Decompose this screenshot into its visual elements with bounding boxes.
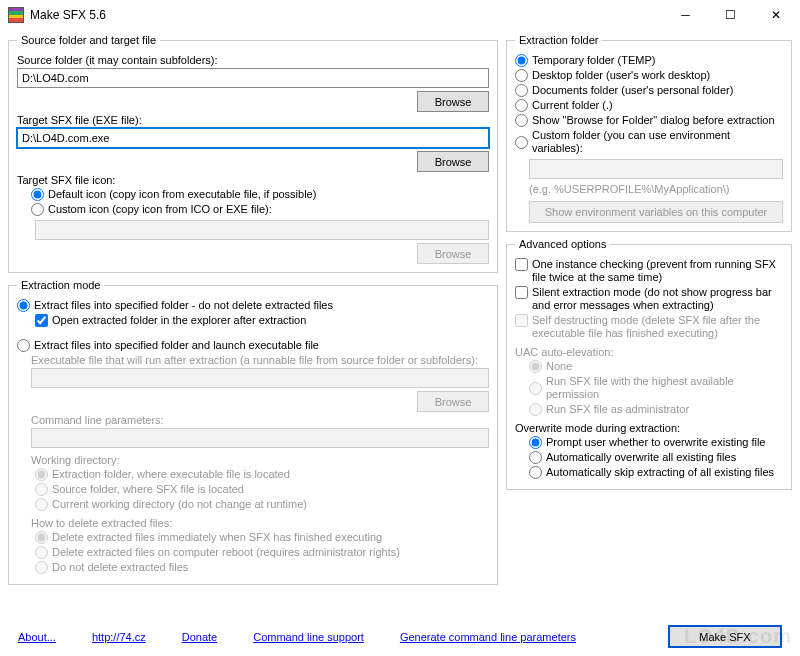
target-file-label: Target SFX file (EXE file): <box>17 114 489 126</box>
icon-default-label: Default icon (copy icon from executable … <box>48 188 316 201</box>
del-reboot-radio <box>35 546 48 559</box>
silent-mode-label: Silent extraction mode (do not show prog… <box>532 286 783 312</box>
ow-skip-radio[interactable] <box>529 466 542 479</box>
icon-custom-input <box>35 220 489 240</box>
browse-icon-button: Browse <box>417 243 489 264</box>
ef-custom-input <box>529 159 783 179</box>
del-none-label: Do not delete extracted files <box>52 561 188 574</box>
app-icon <box>8 7 24 23</box>
titlebar: Make SFX 5.6 ─ ☐ ✕ <box>0 0 800 30</box>
open-explorer-label: Open extracted folder in the explorer af… <box>52 314 306 327</box>
maximize-button[interactable]: ☐ <box>708 1 753 29</box>
minimize-button[interactable]: ─ <box>663 1 708 29</box>
ef-current-label: Current folder (.) <box>532 99 613 112</box>
uac-highest-label: Run SFX file with the highest available … <box>546 375 783 401</box>
wd-current-radio <box>35 498 48 511</box>
del-immediate-label: Delete extracted files immediately when … <box>52 531 382 544</box>
wd-extract-label: Extraction folder, where executable file… <box>52 468 290 481</box>
site-link[interactable]: http://74.cz <box>92 631 146 643</box>
wd-extract-radio <box>35 468 48 481</box>
exmode-launch-radio[interactable] <box>17 339 30 352</box>
ow-skip-label: Automatically skip extracting of all exi… <box>546 466 774 479</box>
exe-file-input <box>31 368 489 388</box>
ow-prompt-label: Prompt user whether to overwrite existin… <box>546 436 765 449</box>
exe-file-label: Executable file that will run after extr… <box>31 354 489 366</box>
del-none-radio <box>35 561 48 574</box>
advanced-options-group: Advanced options One instance checking (… <box>506 238 792 490</box>
uac-admin-label: Run SFX file as administrator <box>546 403 689 416</box>
exmode-legend: Extraction mode <box>17 279 104 291</box>
ef-browse-label: Show "Browse for Folder" dialog before e… <box>532 114 775 127</box>
source-folder-label: Source folder (it may contain subfolders… <box>17 54 489 66</box>
ef-docs-radio[interactable] <box>515 84 528 97</box>
self-destruct-label: Self destructing mode (delete SFX file a… <box>532 314 783 340</box>
uac-none-radio <box>529 360 542 373</box>
extraction-folder-group: Extraction folder Temporary folder (TEMP… <box>506 34 792 232</box>
source-target-group: Source folder and target file Source fol… <box>8 34 498 273</box>
target-icon-label: Target SFX file icon: <box>17 174 489 186</box>
uac-none-label: None <box>546 360 572 373</box>
exfolder-legend: Extraction folder <box>515 34 602 46</box>
silent-mode-check[interactable] <box>515 286 528 299</box>
about-link[interactable]: About... <box>18 631 56 643</box>
uac-admin-radio <box>529 403 542 416</box>
del-immediate-radio <box>35 531 48 544</box>
cmd-params-input <box>31 428 489 448</box>
overwrite-label: Overwrite mode during extraction: <box>515 422 783 434</box>
extraction-mode-group: Extraction mode Extract files into speci… <box>8 279 498 585</box>
uac-highest-radio <box>529 382 542 395</box>
target-file-input[interactable] <box>17 128 489 148</box>
show-env-vars-button: Show environment variables on this compu… <box>529 201 783 223</box>
ef-desktop-radio[interactable] <box>515 69 528 82</box>
bottom-bar: About... http://74.cz Donate Command lin… <box>0 625 800 648</box>
make-sfx-button[interactable]: Make SFX <box>668 625 782 648</box>
delete-label: How to delete extracted files: <box>31 517 489 529</box>
source-legend: Source folder and target file <box>17 34 160 46</box>
wd-source-label: Source folder, where SFX file is located <box>52 483 244 496</box>
one-instance-check[interactable] <box>515 258 528 271</box>
wd-current-label: Current working directory (do not change… <box>52 498 307 511</box>
uac-label: UAC auto-elevation: <box>515 346 783 358</box>
cmd-params-label: Command line parameters: <box>31 414 489 426</box>
ow-overwrite-label: Automatically overwrite all existing fil… <box>546 451 736 464</box>
exmode-launch-label: Extract files into specified folder and … <box>34 339 319 352</box>
ef-browse-radio[interactable] <box>515 114 528 127</box>
window-title: Make SFX 5.6 <box>30 8 663 22</box>
adv-legend: Advanced options <box>515 238 610 250</box>
icon-custom-label: Custom icon (copy icon from ICO or EXE f… <box>48 203 272 216</box>
ef-custom-radio[interactable] <box>515 136 528 149</box>
browse-exe-button: Browse <box>417 391 489 412</box>
source-folder-input[interactable] <box>17 68 489 88</box>
ef-placeholder-hint: (e.g. %USERPROFILE%\MyApplication\) <box>529 183 783 195</box>
ef-current-radio[interactable] <box>515 99 528 112</box>
icon-default-radio[interactable] <box>31 188 44 201</box>
ef-temp-radio[interactable] <box>515 54 528 67</box>
browse-source-button[interactable]: Browse <box>417 91 489 112</box>
workdir-label: Working directory: <box>31 454 489 466</box>
ef-temp-label: Temporary folder (TEMP) <box>532 54 655 67</box>
open-explorer-check[interactable] <box>35 314 48 327</box>
cli-support-link[interactable]: Command line support <box>253 631 364 643</box>
exmode-nodel-radio[interactable] <box>17 299 30 312</box>
browse-target-button[interactable]: Browse <box>417 151 489 172</box>
ow-overwrite-radio[interactable] <box>529 451 542 464</box>
close-button[interactable]: ✕ <box>753 1 798 29</box>
ef-desktop-label: Desktop folder (user's work desktop) <box>532 69 710 82</box>
gen-cli-link[interactable]: Generate command line parameters <box>400 631 576 643</box>
donate-link[interactable]: Donate <box>182 631 217 643</box>
ef-custom-label: Custom folder (you can use environment v… <box>532 129 783 155</box>
wd-source-radio <box>35 483 48 496</box>
ef-docs-label: Documents folder (user's personal folder… <box>532 84 733 97</box>
exmode-nodel-label: Extract files into specified folder - do… <box>34 299 333 312</box>
del-reboot-label: Delete extracted files on computer reboo… <box>52 546 400 559</box>
ow-prompt-radio[interactable] <box>529 436 542 449</box>
icon-custom-radio[interactable] <box>31 203 44 216</box>
one-instance-label: One instance checking (prevent from runn… <box>532 258 783 284</box>
self-destruct-check <box>515 314 528 327</box>
